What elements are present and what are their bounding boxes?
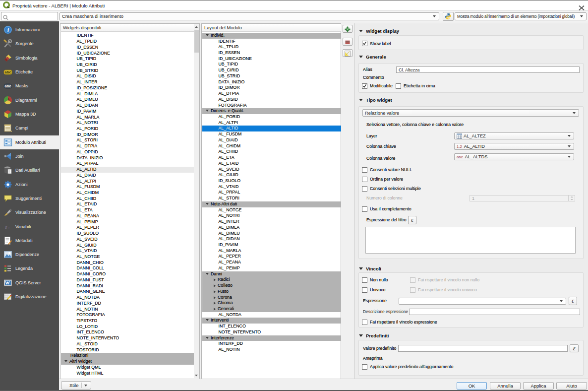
svg-text:abc: abc — [5, 84, 11, 88]
svg-text:x: x — [7, 225, 10, 230]
svg-text:abc: abc — [5, 70, 11, 74]
svg-text:ε: ε — [5, 224, 7, 230]
